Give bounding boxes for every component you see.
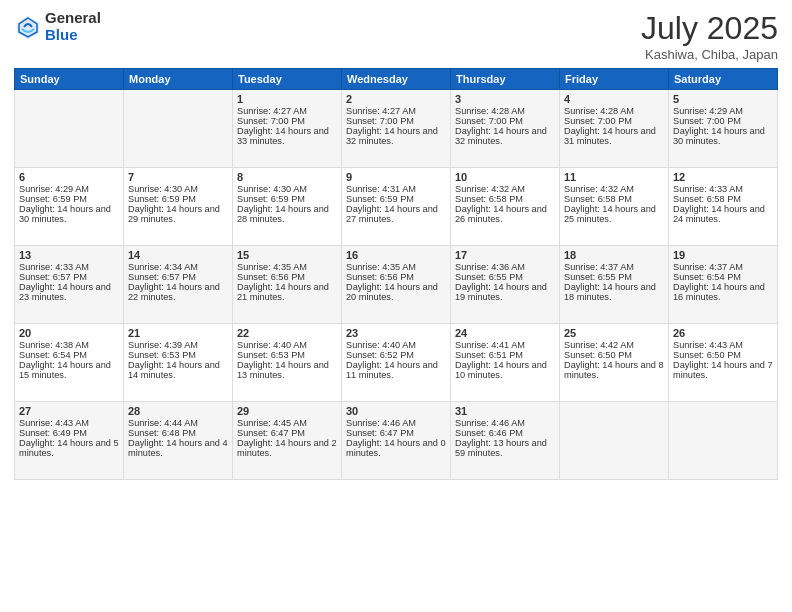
daylight-text: Daylight: 14 hours and 32 minutes.: [455, 126, 547, 146]
sunset-text: Sunset: 6:54 PM: [19, 350, 87, 360]
daylight-text: Daylight: 13 hours and 59 minutes.: [455, 438, 547, 458]
sunrise-text: Sunrise: 4:27 AM: [346, 106, 416, 116]
sunrise-text: Sunrise: 4:30 AM: [237, 184, 307, 194]
cell-w4-d5: 24Sunrise: 4:41 AMSunset: 6:51 PMDayligh…: [451, 324, 560, 402]
daylight-text: Daylight: 14 hours and 27 minutes.: [346, 204, 438, 224]
cell-w1-d4: 2Sunrise: 4:27 AMSunset: 7:00 PMDaylight…: [342, 90, 451, 168]
sunset-text: Sunset: 6:56 PM: [346, 272, 414, 282]
sunrise-text: Sunrise: 4:44 AM: [128, 418, 198, 428]
sunrise-text: Sunrise: 4:43 AM: [673, 340, 743, 350]
cell-w4-d6: 25Sunrise: 4:42 AMSunset: 6:50 PMDayligh…: [560, 324, 669, 402]
col-friday: Friday: [560, 69, 669, 90]
daylight-text: Daylight: 14 hours and 23 minutes.: [19, 282, 111, 302]
day-number: 11: [564, 171, 664, 183]
day-number: 10: [455, 171, 555, 183]
cell-w5-d7: [669, 402, 778, 480]
sunrise-text: Sunrise: 4:40 AM: [346, 340, 416, 350]
day-number: 24: [455, 327, 555, 339]
daylight-text: Daylight: 14 hours and 30 minutes.: [673, 126, 765, 146]
cell-w3-d6: 18Sunrise: 4:37 AMSunset: 6:55 PMDayligh…: [560, 246, 669, 324]
cell-w5-d1: 27Sunrise: 4:43 AMSunset: 6:49 PMDayligh…: [15, 402, 124, 480]
sunset-text: Sunset: 6:53 PM: [237, 350, 305, 360]
day-number: 27: [19, 405, 119, 417]
day-number: 4: [564, 93, 664, 105]
week-row-4: 20Sunrise: 4:38 AMSunset: 6:54 PMDayligh…: [15, 324, 778, 402]
sunrise-text: Sunrise: 4:36 AM: [455, 262, 525, 272]
sunrise-text: Sunrise: 4:37 AM: [564, 262, 634, 272]
daylight-text: Daylight: 14 hours and 7 minutes.: [673, 360, 773, 380]
cell-w4-d2: 21Sunrise: 4:39 AMSunset: 6:53 PMDayligh…: [124, 324, 233, 402]
cell-w2-d6: 11Sunrise: 4:32 AMSunset: 6:58 PMDayligh…: [560, 168, 669, 246]
sunrise-text: Sunrise: 4:37 AM: [673, 262, 743, 272]
daylight-text: Daylight: 14 hours and 14 minutes.: [128, 360, 220, 380]
daylight-text: Daylight: 14 hours and 24 minutes.: [673, 204, 765, 224]
daylight-text: Daylight: 14 hours and 26 minutes.: [455, 204, 547, 224]
cell-w1-d6: 4Sunrise: 4:28 AMSunset: 7:00 PMDaylight…: [560, 90, 669, 168]
cell-w1-d3: 1Sunrise: 4:27 AMSunset: 7:00 PMDaylight…: [233, 90, 342, 168]
cell-w5-d5: 31Sunrise: 4:46 AMSunset: 6:46 PMDayligh…: [451, 402, 560, 480]
sunrise-text: Sunrise: 4:33 AM: [19, 262, 89, 272]
day-number: 2: [346, 93, 446, 105]
sunrise-text: Sunrise: 4:38 AM: [19, 340, 89, 350]
day-number: 23: [346, 327, 446, 339]
sunset-text: Sunset: 6:55 PM: [564, 272, 632, 282]
sunrise-text: Sunrise: 4:27 AM: [237, 106, 307, 116]
cell-w1-d5: 3Sunrise: 4:28 AMSunset: 7:00 PMDaylight…: [451, 90, 560, 168]
daylight-text: Daylight: 14 hours and 31 minutes.: [564, 126, 656, 146]
sunset-text: Sunset: 6:55 PM: [455, 272, 523, 282]
cell-w2-d3: 8Sunrise: 4:30 AMSunset: 6:59 PMDaylight…: [233, 168, 342, 246]
logo-text: General Blue: [45, 10, 101, 43]
sunset-text: Sunset: 6:53 PM: [128, 350, 196, 360]
sunrise-text: Sunrise: 4:43 AM: [19, 418, 89, 428]
sunset-text: Sunset: 7:00 PM: [673, 116, 741, 126]
day-number: 19: [673, 249, 773, 261]
day-number: 25: [564, 327, 664, 339]
sunset-text: Sunset: 6:47 PM: [237, 428, 305, 438]
sunrise-text: Sunrise: 4:28 AM: [455, 106, 525, 116]
day-number: 31: [455, 405, 555, 417]
cell-w3-d3: 15Sunrise: 4:35 AMSunset: 6:56 PMDayligh…: [233, 246, 342, 324]
day-number: 13: [19, 249, 119, 261]
cell-w2-d4: 9Sunrise: 4:31 AMSunset: 6:59 PMDaylight…: [342, 168, 451, 246]
day-number: 1: [237, 93, 337, 105]
calendar-header-row: Sunday Monday Tuesday Wednesday Thursday…: [15, 69, 778, 90]
week-row-1: 1Sunrise: 4:27 AMSunset: 7:00 PMDaylight…: [15, 90, 778, 168]
cell-w1-d1: [15, 90, 124, 168]
cell-w1-d7: 5Sunrise: 4:29 AMSunset: 7:00 PMDaylight…: [669, 90, 778, 168]
cell-w5-d3: 29Sunrise: 4:45 AMSunset: 6:47 PMDayligh…: [233, 402, 342, 480]
col-thursday: Thursday: [451, 69, 560, 90]
sunrise-text: Sunrise: 4:35 AM: [346, 262, 416, 272]
sunset-text: Sunset: 6:57 PM: [19, 272, 87, 282]
daylight-text: Daylight: 14 hours and 21 minutes.: [237, 282, 329, 302]
sunrise-text: Sunrise: 4:34 AM: [128, 262, 198, 272]
cell-w4-d1: 20Sunrise: 4:38 AMSunset: 6:54 PMDayligh…: [15, 324, 124, 402]
daylight-text: Daylight: 14 hours and 25 minutes.: [564, 204, 656, 224]
sunset-text: Sunset: 6:57 PM: [128, 272, 196, 282]
sunset-text: Sunset: 6:58 PM: [455, 194, 523, 204]
sunset-text: Sunset: 6:51 PM: [455, 350, 523, 360]
daylight-text: Daylight: 14 hours and 33 minutes.: [237, 126, 329, 146]
cell-w2-d5: 10Sunrise: 4:32 AMSunset: 6:58 PMDayligh…: [451, 168, 560, 246]
daylight-text: Daylight: 14 hours and 5 minutes.: [19, 438, 119, 458]
day-number: 20: [19, 327, 119, 339]
sunset-text: Sunset: 6:46 PM: [455, 428, 523, 438]
daylight-text: Daylight: 14 hours and 19 minutes.: [455, 282, 547, 302]
sunrise-text: Sunrise: 4:32 AM: [455, 184, 525, 194]
daylight-text: Daylight: 14 hours and 11 minutes.: [346, 360, 438, 380]
day-number: 12: [673, 171, 773, 183]
sunset-text: Sunset: 6:47 PM: [346, 428, 414, 438]
sunrise-text: Sunrise: 4:42 AM: [564, 340, 634, 350]
sunset-text: Sunset: 7:00 PM: [237, 116, 305, 126]
day-number: 3: [455, 93, 555, 105]
calendar: Sunday Monday Tuesday Wednesday Thursday…: [14, 68, 778, 480]
week-row-3: 13Sunrise: 4:33 AMSunset: 6:57 PMDayligh…: [15, 246, 778, 324]
week-row-5: 27Sunrise: 4:43 AMSunset: 6:49 PMDayligh…: [15, 402, 778, 480]
sunrise-text: Sunrise: 4:32 AM: [564, 184, 634, 194]
col-tuesday: Tuesday: [233, 69, 342, 90]
sunrise-text: Sunrise: 4:29 AM: [19, 184, 89, 194]
sunrise-text: Sunrise: 4:31 AM: [346, 184, 416, 194]
daylight-text: Daylight: 14 hours and 29 minutes.: [128, 204, 220, 224]
sunrise-text: Sunrise: 4:33 AM: [673, 184, 743, 194]
daylight-text: Daylight: 14 hours and 18 minutes.: [564, 282, 656, 302]
cell-w1-d2: [124, 90, 233, 168]
